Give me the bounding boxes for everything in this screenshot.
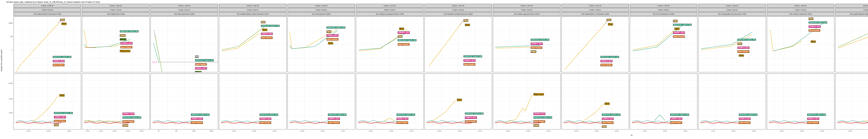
annotation-fast: Fast — [327, 30, 331, 33]
panel-seconds: HEAD=tests_requires_utf8CRAN=1.18.0base=… — [356, 74, 424, 130]
series-line-slow — [582, 104, 603, 122]
x-axis-ticks: 1e+031e+061e+09 — [698, 130, 766, 134]
annotation-head: HEAD=tests_requires_utf8 — [807, 114, 826, 115]
panel-seconds: HEAD=tests_requires_utf8CRAN=1.18.0base=… — [698, 74, 766, 130]
annotation-base: base=master — [602, 121, 614, 124]
facet-strip-test: Test: forderv(retGrp=T) improved in #438… — [561, 12, 629, 16]
facet-strip-pvalue: P.value: 4.51e-01 — [493, 8, 560, 12]
facet-strip-pvalue: P.value: 7.01e-01 — [767, 8, 834, 12]
annotation-slow: Slow — [608, 23, 613, 26]
annotation-head: HEAD=tests_requires_utf8 — [602, 114, 620, 115]
annotation-head: HEAD=tests_requires_utf8 — [464, 55, 482, 57]
panel-seconds: SlowHEAD=tests_requires_utf8CRAN=1.18.0b… — [13, 74, 81, 130]
annotation-slow: Slow — [262, 29, 267, 31]
panel-kilobytes-plot — [356, 17, 423, 72]
facet-strip-test: Test: melt improved in #5054 — [287, 12, 355, 16]
facet-strip-nfactor: N.factor: 1.00e+00 — [287, 4, 355, 8]
panel-seconds-plot — [835, 74, 868, 129]
facet-strip-pvalue: P.value: 8.53e-02 — [13, 8, 81, 12]
x-tick-label: 1e+03 — [300, 130, 304, 132]
x-tick-label: 1e+06 — [732, 130, 735, 132]
facet-columns: N.factor: 1.00e+00 P.value: 8.53e-02 Tes… — [13, 4, 868, 134]
panel-kilobytes: FastHEAD=tests_requires_utf8SlowCRAN=1.1… — [219, 16, 286, 72]
series-line-before — [838, 27, 868, 47]
annotation-head: HEAD=tests_requires_utf8 — [531, 39, 549, 41]
x-tick-label: 1e+03 — [848, 130, 852, 132]
series-line-slow — [505, 95, 532, 123]
annotation-head: HEAD=tests_requires_utf8 — [259, 114, 278, 115]
annotation-head: HEAD=tests_requires_utf8 — [327, 27, 345, 28]
x-tick-label: 1e+09 — [272, 130, 276, 132]
panel-seconds-plot — [151, 74, 218, 129]
panel-kilobytes: PRHEAD=tests_requires_utf8base=masterCRA… — [151, 16, 218, 72]
facet-strip-pvalue: P.value: 2.01e-01 — [219, 8, 286, 12]
facet-strip-nfactor: N.factor: 1.00e+00 — [767, 4, 834, 8]
panel-kilobytes-plot — [562, 17, 629, 72]
y-axis-gutter: median line, quartiles band 1000010011e+… — [0, 4, 13, 133]
series-line-slow — [430, 101, 456, 123]
annotation-fast: Fast — [673, 20, 678, 22]
annotation-cran: CRAN=1.18.0 — [464, 59, 475, 62]
x-tick-label: 1e+09 — [615, 130, 619, 132]
facet-5: N.factor: 1.00e+00 P.value: 2.25e-01 Tes… — [287, 4, 355, 134]
facet-strip-nfactor: N.factor: 1.00e+00 — [219, 4, 286, 8]
annotation-cran: CRAN=1.18.0 — [191, 118, 203, 120]
facet-strip-test: Test: DT[,.SD] improved in #4501 — [630, 12, 698, 16]
x-axis-ticks: 1e+031e+061e+09 — [287, 130, 355, 134]
y-tick-label-seconds: 1e+00 — [8, 82, 13, 84]
facet-strip-test: Test: as.data.table.array improved in #7… — [698, 12, 766, 16]
series-line-head — [654, 115, 665, 121]
facet-6: N.factor: 1.00e+00 P.value: 3.16e-01 Tes… — [356, 4, 424, 134]
panel-seconds-plot — [425, 74, 492, 129]
panel-kilobytes: FastSlowHEAD=tests_requires_utf8CRAN=1.1… — [561, 16, 629, 72]
annotation-head: HEAD=tests_requires_utf8 — [54, 112, 72, 114]
annotation-base: base=master — [123, 120, 134, 123]
x-tick-label: 1e+03 — [113, 130, 116, 132]
figure-title: 18 test cases (all), ordered by N.factor… — [6, 1, 868, 3]
annotation-base: base=master — [53, 64, 64, 66]
annotation-head: HEAD=tests_requires_utf8 — [809, 22, 827, 24]
x-tick-label: 1e+09 — [820, 130, 824, 132]
facet-strip-nfactor: N.factor: 1.00e+00 — [82, 4, 150, 8]
annotation-slow: Slow — [604, 103, 610, 105]
annotation-fixed: Fixed — [531, 50, 536, 53]
annotation-head: HEAD=tests_requires_utf8 — [123, 116, 141, 118]
annotation-head: HEAD=tests_requires_utf8 — [261, 25, 279, 27]
annotation-slow: Slow — [811, 40, 816, 43]
annotation-fixed: Fixed — [120, 34, 125, 37]
x-tick-label: 1e+03 — [232, 130, 236, 132]
annotation-base: base=master — [398, 43, 409, 46]
x-tick-label: 1e+04 — [126, 130, 130, 132]
facet-2: N.factor: 1.00e+00 P.value: 1.75e-01 Tes… — [82, 4, 150, 134]
x-tick-label: 100 — [175, 130, 177, 132]
panel-seconds: SlowHEAD=tests_requires_utf8CRAN=1.18.0b… — [561, 74, 629, 130]
facet-strip-test: Test: fread(colClasses='Date') improved … — [219, 12, 286, 16]
facet-strip-pvalue: P.value: 5.01e-01 — [698, 8, 766, 12]
facet-10: N.factor: 1.00e+00 P.value: 4.88e-01 Tes… — [630, 4, 698, 134]
annotation-regression: Regression — [533, 93, 544, 95]
annotation-base: base=master — [121, 46, 132, 49]
annotation-base: base=master — [531, 47, 542, 49]
x-tick-label: 1e+06 — [458, 130, 461, 132]
facet-8: N.factor: 1.00e+00 P.value: 4.51e-01 Tes… — [493, 4, 560, 134]
annotation-cran: CRAN=1.18.0 — [121, 42, 132, 45]
facet-strip-pvalue: P.value: 7.46e-01 — [835, 8, 868, 12]
annotation-base: base=master — [739, 121, 750, 124]
x-tick-label: 1e+03 — [369, 130, 373, 132]
annotation-base: base=master — [259, 121, 271, 124]
annotation-slow: Slow — [465, 24, 470, 26]
annotation-cran: CRAN=1.18.0 — [465, 116, 477, 119]
annotation-base: base=master — [397, 121, 408, 124]
annotation-fast: Fast — [54, 124, 59, 126]
annotation-cran: CRAN=1.18.0 — [670, 118, 682, 120]
facet-strip-pvalue: P.value: 1.75e-01 — [82, 8, 150, 12]
x-axis-ticks: 1e+031e+061e+09 — [425, 130, 492, 134]
panel-seconds-plot — [562, 74, 629, 129]
annotation-head: HEAD=tests_requires_utf8 — [738, 39, 756, 41]
annotation-cran: CRAN=1.18.0 — [807, 118, 819, 120]
panel-kilobytes-plot — [151, 17, 218, 72]
facet-strip-nfactor: N.factor: 1.00e+00 — [835, 4, 868, 8]
annotation-base: base=master — [673, 35, 685, 38]
panel-kilobytes: SlowCRAN=1.18.0FastHEAD=tests_requires_u… — [356, 16, 424, 72]
x-tick-label: 1e+09 — [67, 130, 71, 132]
